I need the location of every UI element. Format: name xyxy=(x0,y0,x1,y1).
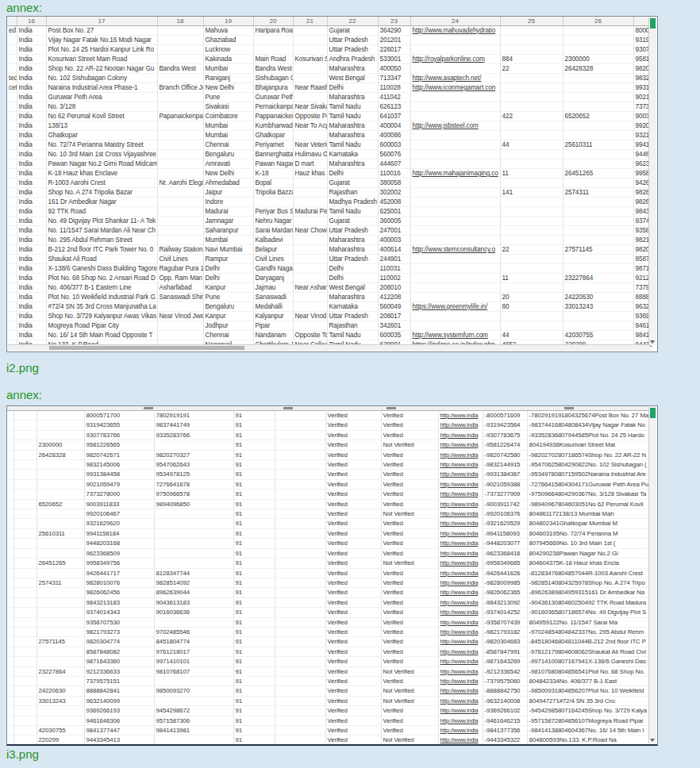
cell xyxy=(563,207,633,217)
hyperlink-cell[interactable]: http://www.india xyxy=(438,588,483,597)
hyperlink-cell[interactable]: http://www.india xyxy=(438,657,483,666)
hyperlink-cell[interactable]: http://www.india xyxy=(438,716,483,725)
cell: 380058 xyxy=(378,179,410,188)
hyperlink-cell[interactable]: http://www.india xyxy=(438,411,483,420)
hyperlink-cell[interactable]: http://www.india xyxy=(438,420,483,430)
hyperlink-cell[interactable]: http://www.india xyxy=(438,627,483,636)
hyperlink-cell[interactable]: http://www.india xyxy=(438,528,483,538)
cell xyxy=(13,578,37,587)
cell: Verified xyxy=(381,411,438,420)
scroll-down-icon[interactable] xyxy=(650,739,655,742)
hyperlink-cell[interactable]: http://www.india xyxy=(438,509,483,519)
cell xyxy=(275,450,325,459)
cell: 9212336633 xyxy=(84,666,154,676)
hyperlink-cell[interactable]: http://www.india xyxy=(438,686,483,696)
cell: -98414138804604367No. 16/ 14 5th Main I xyxy=(527,726,650,735)
hyperlink-cell[interactable]: http://www.india xyxy=(438,519,483,528)
hyperlink-cell[interactable]: http://www.india xyxy=(438,666,483,676)
vertical-scrollbar[interactable] xyxy=(648,407,656,743)
cell xyxy=(410,45,500,55)
hyperlink-cell[interactable]: http://www.india xyxy=(438,490,483,499)
hyperlink-cell[interactable]: http://www.india xyxy=(438,539,483,548)
hyperlink-cell[interactable]: http://www.asaptech.net/ xyxy=(410,74,500,83)
cell: 9920106467 xyxy=(84,509,154,519)
hyperlink-cell[interactable]: http://www.mahuvadehydratio xyxy=(410,26,500,36)
hyperlink-cell[interactable]: http://www.india xyxy=(438,617,483,627)
cell xyxy=(157,140,203,150)
cell: 91 xyxy=(233,647,275,656)
hyperlink-cell[interactable]: http://royalparkonline.com xyxy=(410,55,500,64)
cell: Coimbatore xyxy=(203,112,253,121)
cell: India xyxy=(17,74,46,83)
cell: 9319423655 xyxy=(84,420,154,430)
cell: Nehru Nagar xyxy=(253,217,293,226)
hyperlink-cell[interactable]: http://www.india xyxy=(438,597,483,607)
vertical-scrollbar[interactable] xyxy=(648,17,656,345)
scrollbar-thumb[interactable] xyxy=(650,408,656,418)
hyperlink-cell[interactable]: http://www.india xyxy=(438,608,483,617)
cell: India xyxy=(17,150,46,159)
hyperlink-cell[interactable]: http://www.systemfurn.com xyxy=(410,331,500,340)
cell: -9358707439 xyxy=(483,617,527,627)
cell: 7379575151 xyxy=(84,676,154,685)
scrollbar-thumb[interactable] xyxy=(650,18,656,29)
hyperlink-cell[interactable]: http://www.india xyxy=(438,696,483,705)
cell: 807945669No. 10 3rd Main 1st ( xyxy=(527,539,650,548)
cell: Kumbharwad xyxy=(253,121,293,131)
hyperlink-cell[interactable]: http://www.stemconsultancy.o xyxy=(410,245,500,255)
hyperlink-cell[interactable]: http://www.jsbsteel.com xyxy=(410,121,500,131)
hyperlink-cell[interactable]: http://www.india xyxy=(438,647,483,656)
cell: Nr. Aarohi Elega xyxy=(157,179,203,188)
hyperlink-cell[interactable]: http://www.india xyxy=(438,440,483,450)
cell xyxy=(7,112,17,121)
scroll-down-icon[interactable] xyxy=(650,340,655,344)
hyperlink-cell[interactable]: http://www.india xyxy=(438,450,483,459)
table-row: IndiaKosurivari Street Main RoadKakinada… xyxy=(7,55,652,64)
horizontal-scrollbar[interactable] xyxy=(8,344,649,351)
cell xyxy=(7,321,17,331)
hyperlink-cell[interactable]: http://www.india xyxy=(438,676,483,685)
hyperlink-cell[interactable]: http://www.india xyxy=(438,706,483,716)
hyperlink-cell[interactable]: http://www.india xyxy=(438,470,483,479)
hyperlink-cell[interactable]: https://www.greenmylife.in/ xyxy=(410,302,500,312)
hyperlink-cell[interactable]: http://www.india xyxy=(438,568,483,578)
cell: Bengaluru xyxy=(203,302,253,312)
cell: -9941158093 xyxy=(483,528,527,538)
hyperlink-cell[interactable]: http://www.india xyxy=(438,726,483,735)
cell: Mogreya Road Pipar City xyxy=(46,321,157,331)
cell: 302002 xyxy=(378,188,410,198)
cell: Verified xyxy=(325,450,381,459)
cell xyxy=(154,539,233,548)
hyperlink-cell[interactable]: http://www.india xyxy=(438,430,483,440)
scrollbar-thumb[interactable] xyxy=(49,346,244,350)
hyperlink-cell[interactable]: http://www.india xyxy=(438,548,483,558)
cell xyxy=(7,568,13,578)
cell: India xyxy=(17,169,46,179)
hyperlink-cell[interactable]: http://www.india xyxy=(438,460,483,470)
cell: 625001 xyxy=(378,207,410,217)
hyperlink-cell[interactable]: http://www.india xyxy=(438,735,483,745)
cell xyxy=(293,321,327,331)
hyperlink-cell[interactable]: http://www.india xyxy=(438,499,483,509)
cell: Verified xyxy=(325,460,381,470)
table-row: IndiaPawan Nagar No.2 Girni Road MidcamA… xyxy=(7,159,652,169)
cell: Ghatkopar xyxy=(46,131,157,140)
hyperlink-cell[interactable]: http://www.mahajanimaging.co xyxy=(410,169,500,179)
table-row: 9931384458953497812591VerifiedVerifiedht… xyxy=(7,470,650,479)
cell: Verified xyxy=(381,479,438,489)
hyperlink-cell[interactable]: http://www.iconmegamart.con xyxy=(410,83,500,93)
hyperlink-cell[interactable]: http://www.india xyxy=(438,559,483,568)
hyperlink-cell[interactable]: http://www.india xyxy=(438,578,483,587)
cell: 9021059479 xyxy=(84,479,154,489)
cell: Verified xyxy=(381,578,438,587)
cell xyxy=(7,226,17,236)
cell: Ghatkopar xyxy=(253,131,293,140)
cell: Tamil Nadu xyxy=(327,207,378,217)
hyperlink-cell[interactable]: http://www.india xyxy=(438,479,483,489)
cell: Uttar Pradesh xyxy=(327,36,378,45)
table-row: 9426441717812834774491VerifiedVerifiedht… xyxy=(7,568,650,578)
hyperlink-cell[interactable]: http://www.india xyxy=(438,637,483,647)
cell: 804947271#72/4 SN 35 3rd Cro: xyxy=(527,696,650,705)
cell xyxy=(13,716,37,725)
cell: 91 xyxy=(233,735,275,745)
